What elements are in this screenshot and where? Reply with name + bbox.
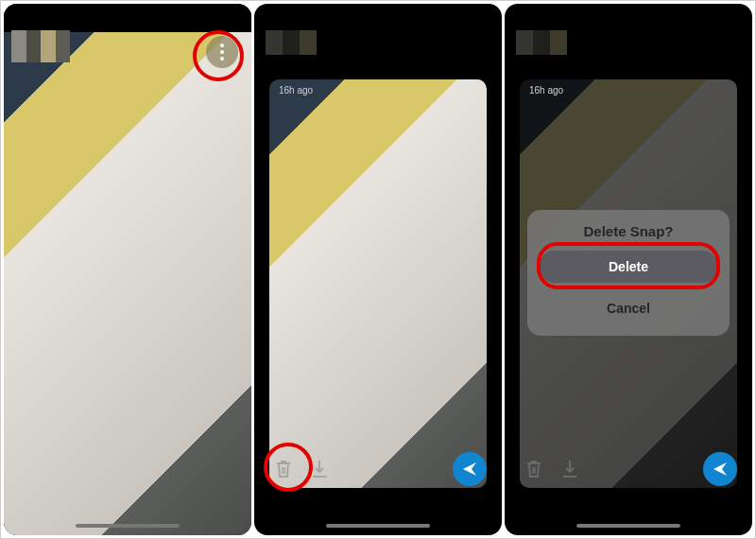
download-icon: [560, 459, 579, 479]
story-avatar-blurred: [516, 30, 567, 55]
more-options-button[interactable]: [206, 36, 238, 68]
delete-button: [520, 455, 548, 483]
dialog-title: Delete Snap?: [539, 223, 718, 239]
snap-timestamp: 16h ago: [279, 85, 313, 96]
panel-delete-dialog: 16h ago Delete Snap? Delete Cancel: [505, 4, 752, 535]
dialog-cancel-button[interactable]: Cancel: [539, 292, 718, 324]
download-icon: [310, 459, 329, 479]
snap-photo: [269, 79, 487, 488]
story-avatar-blurred[interactable]: [11, 30, 70, 62]
ellipsis-icon: [220, 43, 224, 47]
trash-icon: [274, 459, 293, 479]
snap-timestamp: 16h ago: [529, 85, 563, 96]
send-icon: [461, 461, 478, 478]
home-indicator: [76, 524, 180, 528]
panel-story-view: [4, 4, 251, 535]
trash-icon: [524, 459, 543, 479]
home-indicator: [326, 524, 430, 528]
dialog-delete-button[interactable]: Delete: [539, 251, 718, 283]
tutorial-triptych: 16h ago 16h ago: [0, 0, 756, 539]
status-bar-area: [4, 4, 251, 32]
panel-snap-actions: 16h ago: [254, 4, 502, 535]
delete-button[interactable]: [269, 455, 298, 483]
snap-photo[interactable]: [4, 32, 251, 535]
send-icon: [712, 461, 729, 478]
home-indicator: [576, 524, 680, 528]
save-button[interactable]: [305, 455, 334, 483]
delete-snap-dialog: Delete Snap? Delete Cancel: [527, 210, 730, 336]
save-button: [556, 455, 584, 483]
send-button[interactable]: [453, 452, 487, 486]
action-row: [520, 452, 737, 486]
action-row: [269, 452, 487, 486]
story-avatar-blurred: [266, 30, 317, 55]
send-button[interactable]: [703, 452, 737, 486]
snap-preview-card[interactable]: 16h ago: [269, 79, 487, 488]
